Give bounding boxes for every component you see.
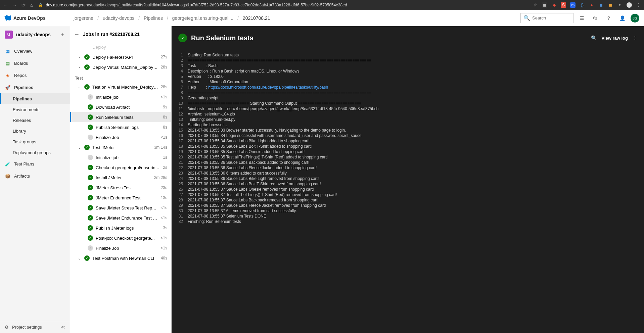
browser-chrome: ← → ⟳ ⌂ 🔒 dev.azure.com/jorgerene/udacit…	[0, 0, 644, 10]
step-row[interactable]: ✓Save JMeter Endurance Test R...<1s	[70, 213, 171, 223]
breadcrumb-item[interactable]: georgetegral.ensuring-quali...	[172, 15, 233, 21]
log-line: 10========================== Starting Co…	[172, 101, 644, 106]
step-row[interactable]: ✓Save JMeter Stress Test Repor...<1s	[70, 203, 171, 213]
chevron-icon[interactable]: ⌄	[77, 256, 82, 260]
menu-icon[interactable]: ⋮	[636, 2, 641, 8]
log-search-icon[interactable]: 🔍	[591, 35, 597, 41]
nav-item-pipelines[interactable]: 🚀Pipelines	[0, 81, 70, 93]
step-row[interactable]: ○Finalize Job<1s	[70, 243, 171, 253]
log-text: ========================================…	[188, 90, 371, 95]
ext-icon[interactable]: 25	[570, 2, 576, 8]
nav-label: Repos	[14, 73, 27, 78]
job-name: Run Selenium tests	[96, 115, 160, 120]
step-row[interactable]: ✓Publish Selenium logs8s	[70, 122, 171, 132]
nav-item-repos[interactable]: ◈Repos	[0, 69, 70, 81]
success-icon: ✓	[88, 195, 93, 200]
ext-icon[interactable]: ◆	[551, 2, 557, 8]
chevron-icon[interactable]: ›	[77, 65, 82, 69]
log-text: 2021-07-08 13:55:35 Test.allTheThings() …	[188, 154, 328, 160]
address-bar[interactable]: 🔒 dev.azure.com/jorgerene/udacity-devops…	[38, 3, 533, 7]
collapse-icon[interactable]: ≪	[60, 325, 65, 330]
ext-icon[interactable]: ◼	[542, 2, 547, 8]
step-row[interactable]: ✓JMeter Endurance Test13s	[70, 193, 171, 203]
log-line: 162021-07-08 13:55:34 Login successful w…	[172, 133, 644, 138]
nav-subitem-library[interactable]: Library	[0, 126, 70, 136]
nav-subitem-task-groups[interactable]: Task groups	[0, 136, 70, 147]
step-row[interactable]: ○Initialize job<1s	[70, 92, 171, 102]
more-icon[interactable]: ⋮	[633, 35, 637, 41]
chevron-icon[interactable]: ⌄	[77, 145, 82, 150]
job-row[interactable]: ⌄✓Test Postman with Newman CLI40s	[70, 253, 171, 263]
job-row[interactable]: ⌄✓Test on Virtual Machine_Deploy_...28s	[70, 82, 171, 92]
star-icon[interactable]: ☆	[533, 2, 538, 8]
nav-subitem-releases[interactable]: Releases	[0, 115, 70, 126]
brand-section[interactable]: Azure DevOps	[0, 15, 70, 21]
log-text: Description : Run a Bash script on macOS…	[188, 68, 300, 74]
back-arrow-icon[interactable]: ←	[74, 31, 80, 37]
user-settings-icon[interactable]: 👤	[617, 13, 627, 23]
ext-icon[interactable]: ◼	[608, 2, 613, 8]
breadcrumb-item[interactable]: udacity-devops	[103, 15, 134, 21]
line-number: 15	[172, 128, 188, 133]
ext-icon[interactable]: ◼	[598, 2, 604, 8]
search-input[interactable]	[532, 15, 570, 20]
jobs-list[interactable]: Deploy›✓Deploy FakeRestAPI27s›✓Deploy Vi…	[70, 42, 171, 333]
job-duration: 13s	[161, 195, 167, 200]
nav-subitem-deployment-groups[interactable]: Deployment groups	[0, 147, 70, 158]
help-icon[interactable]: ?	[604, 13, 614, 23]
nav-item-artifacts[interactable]: 📦Artifacts	[0, 170, 70, 182]
log-line: 242021-07-08 13:55:36 Sauce Labs Bike Li…	[172, 176, 644, 181]
step-row[interactable]: ✓Publish JMeter logs3s	[70, 223, 171, 233]
home-icon[interactable]: ⌂	[30, 2, 33, 8]
job-row[interactable]: ›✓Deploy FakeRestAPI27s	[70, 52, 171, 62]
step-row[interactable]: ✓Run Selenium tests8s	[70, 112, 171, 122]
step-row[interactable]: ○Finalize Job<1s	[70, 132, 171, 142]
list-icon[interactable]: ☰	[577, 13, 587, 23]
breadcrumb-item[interactable]: 20210708.21	[243, 15, 270, 21]
job-duration: 40s	[161, 256, 167, 260]
line-number: 27	[172, 192, 188, 197]
nav-item-overview[interactable]: ▦Overview	[0, 45, 70, 57]
ext-icon[interactable]: ))	[580, 2, 585, 8]
nav-item-test-plans[interactable]: 🧪Test Plans	[0, 158, 70, 170]
add-project-icon[interactable]: ＋	[60, 31, 65, 38]
step-row[interactable]: ✓Install JMeter2m 28s	[70, 173, 171, 183]
project-settings-link[interactable]: ⚙ Project settings ≪	[0, 321, 70, 333]
step-row[interactable]: ✓Download Artifact9s	[70, 102, 171, 112]
step-row[interactable]: ✓Post-job: Checkout georgete...<1s	[70, 233, 171, 243]
step-row[interactable]: ✓Checkout georgetegral/ensurin...2s	[70, 162, 171, 173]
nav-subitem-environments[interactable]: Environments	[0, 104, 70, 115]
line-number: 18	[172, 144, 188, 149]
project-badge: U	[5, 31, 13, 39]
job-row[interactable]: Deploy	[70, 42, 171, 52]
search-box[interactable]: 🔍	[520, 13, 573, 23]
log-body[interactable]: 1Starting: Run Selenium tests2==========…	[172, 50, 644, 333]
job-row[interactable]: ›✓Deploy Virtual Machine_Deploy_...28s	[70, 62, 171, 72]
azure-devops-icon	[4, 15, 11, 21]
job-duration: <1s	[160, 246, 167, 250]
ext-icon[interactable]: ●	[589, 2, 594, 8]
breadcrumb-item[interactable]: Pipelines	[144, 15, 163, 21]
shopping-icon[interactable]: 🛍	[590, 13, 600, 23]
search-icon: 🔍	[523, 15, 530, 21]
job-row[interactable]: ⌄✓Test JMeter3m 14s	[70, 142, 171, 152]
chevron-icon[interactable]: ⌄	[77, 85, 82, 89]
reload-icon[interactable]: ⟳	[21, 2, 26, 8]
back-icon[interactable]: ←	[3, 2, 7, 8]
view-raw-log-button[interactable]: View raw log	[601, 36, 628, 41]
user-avatar[interactable]: JG	[631, 14, 639, 22]
ext-icon[interactable]: S	[561, 2, 566, 8]
log-link[interactable]: https://docs.microsoft.com/azure/devops/…	[208, 85, 328, 90]
forward-icon[interactable]: →	[12, 2, 17, 8]
project-row[interactable]: U udacity-devops ＋	[0, 26, 70, 43]
jobs-panel: ← Jobs in run #20210708.21 Deploy›✓Deplo…	[70, 26, 172, 333]
step-row[interactable]: ✓JMeter Stress Test23s	[70, 183, 171, 193]
step-row[interactable]: ○Initialize job1s	[70, 152, 171, 162]
extensions-icon[interactable]: ✦	[617, 2, 623, 8]
log-line: 1Starting: Run Selenium tests	[172, 52, 644, 58]
nav-subitem-pipelines[interactable]: Pipelines	[0, 93, 70, 104]
profile-avatar-icon[interactable]	[627, 2, 632, 8]
nav-item-boards[interactable]: ▤Boards	[0, 57, 70, 69]
breadcrumb-item[interactable]: jorgerene	[74, 15, 93, 21]
chevron-icon[interactable]: ›	[77, 55, 82, 59]
